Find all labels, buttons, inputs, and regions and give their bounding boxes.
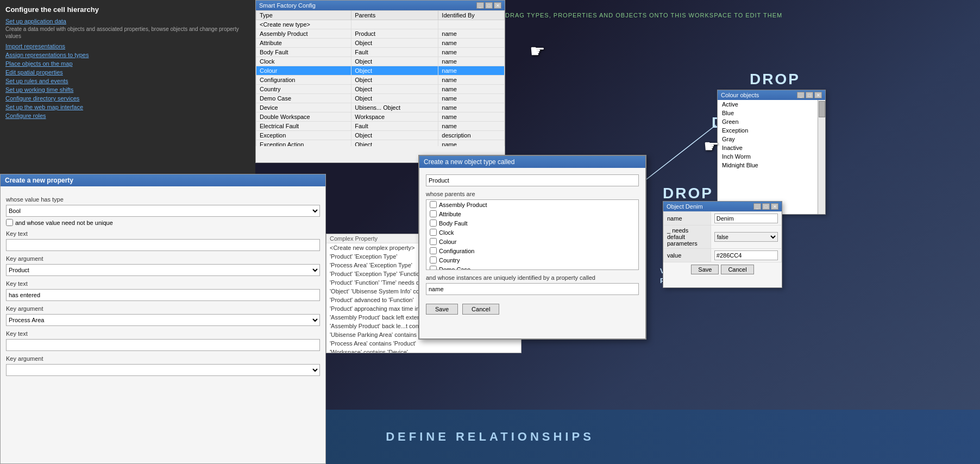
- table-row[interactable]: <Create new type>: [256, 20, 505, 29]
- list-item[interactable]: Body Fault: [426, 218, 638, 228]
- sidebar-link[interactable]: Set up the web map interface: [5, 104, 250, 110]
- table-row[interactable]: Exception ActionObjectname: [256, 140, 505, 147]
- key-text-input-1[interactable]: [6, 239, 320, 251]
- list-item[interactable]: Active: [718, 100, 825, 109]
- colour-max-btn[interactable]: □: [806, 92, 813, 98]
- denim-cancel-btn[interactable]: Cancel: [721, 265, 753, 274]
- list-item[interactable]: Demo Case: [426, 265, 638, 270]
- table-row[interactable]: AttributeObjectname: [256, 39, 505, 48]
- list-item[interactable]: Country: [426, 255, 638, 265]
- table-row[interactable]: Electrical FaultFaultname: [256, 122, 505, 131]
- list-item[interactable]: Inactive: [718, 143, 825, 152]
- table-row[interactable]: Assembly ProductProductname: [256, 29, 505, 39]
- parent-checkbox[interactable]: [430, 210, 437, 217]
- table-row[interactable]: ClockObjectname: [256, 57, 505, 66]
- colour-min-btn[interactable]: _: [797, 92, 805, 98]
- dialog-title: Create a new object type called: [419, 156, 645, 168]
- sidebar-link[interactable]: Assign representations to types: [5, 52, 250, 58]
- table-row[interactable]: ConfigurationObjectname: [256, 76, 505, 85]
- colour-window-title: Colour objects: [721, 92, 759, 98]
- dialog-body: whose parents are Assembly ProductAttrib…: [419, 168, 645, 321]
- sidebar-link[interactable]: Configure roles: [5, 112, 250, 119]
- list-item[interactable]: Clock: [426, 228, 638, 237]
- sidebar-link[interactable]: Place objects on the map: [5, 60, 250, 67]
- denim-table: name_ needs default parametersfalsevalue: [663, 211, 782, 262]
- drag-cursor-1: ☛: [530, 41, 545, 61]
- colour-close-btn[interactable]: ✕: [814, 92, 822, 98]
- list-item[interactable]: 'Workspace' contains 'Device': [326, 348, 521, 353]
- list-item[interactable]: 'Process Area' contains 'Product': [326, 339, 521, 348]
- list-item[interactable]: Colour: [426, 237, 638, 246]
- table-cell: Colour: [256, 66, 351, 76]
- sidebar-link[interactable]: Set up rules and events: [5, 78, 250, 84]
- list-item[interactable]: Configuration: [426, 246, 638, 255]
- list-item[interactable]: Attribute: [426, 209, 638, 218]
- list-item[interactable]: Exception: [718, 126, 825, 135]
- list-item[interactable]: Assembly Product: [426, 200, 638, 209]
- key-text-label-3: Key text: [6, 330, 320, 337]
- denim-label: _ needs default parameters: [664, 225, 711, 249]
- dialog-cancel-btn[interactable]: Cancel: [462, 304, 499, 315]
- sidebar-link[interactable]: Edit spatial properties: [5, 69, 250, 76]
- sidebar-link[interactable]: Import representations: [5, 43, 250, 49]
- table-row[interactable]: DeviceUbisens... Objectname: [256, 103, 505, 112]
- sidebar-title: Configure the cell hierarchy: [5, 5, 250, 14]
- denim-select[interactable]: false: [714, 232, 778, 242]
- sidebar-link[interactable]: Configure directory services: [5, 95, 250, 102]
- type-name-input[interactable]: [426, 174, 639, 186]
- denim-input[interactable]: [714, 250, 778, 260]
- key-arg-select-2[interactable]: Process Area: [6, 314, 320, 326]
- table-cell: Assembly Product: [256, 29, 351, 39]
- parent-checkbox[interactable]: [430, 201, 437, 208]
- parent-checkbox[interactable]: [430, 256, 437, 264]
- denim-max-btn[interactable]: □: [762, 203, 770, 210]
- colour-scrollbar[interactable]: [818, 100, 825, 214]
- table-row[interactable]: CountryObjectname: [256, 85, 505, 94]
- sidebar-link[interactable]: Set up application data: [5, 18, 250, 24]
- denim-min-btn[interactable]: _: [753, 203, 761, 210]
- parent-checkbox[interactable]: [430, 238, 437, 245]
- key-arg-label-3: Key argument: [6, 355, 320, 362]
- parent-label: Country: [439, 257, 460, 264]
- list-item[interactable]: Blue: [718, 109, 825, 117]
- value-type-select[interactable]: Bool: [6, 205, 320, 217]
- table-cell: [351, 20, 438, 29]
- table-row[interactable]: Double WorkspaceWorkspacename: [256, 112, 505, 122]
- key-text-input-2[interactable]: [6, 289, 320, 301]
- table-row[interactable]: Demo CaseObjectname: [256, 94, 505, 103]
- table-cell: name: [438, 140, 505, 147]
- table-cell: Double Workspace: [256, 112, 351, 122]
- table-row[interactable]: Body FaultFaultname: [256, 48, 505, 57]
- key-text-input-3[interactable]: [6, 339, 320, 351]
- col-type: Type: [256, 11, 351, 20]
- denim-close-btn[interactable]: ✕: [771, 203, 778, 210]
- table-row[interactable]: ColourObjectname: [256, 66, 505, 76]
- table-cell: Object: [351, 131, 438, 140]
- table-row[interactable]: ExceptionObjectdescription: [256, 131, 505, 140]
- dialog-save-btn[interactable]: Save: [426, 304, 458, 315]
- table-cell: description: [438, 131, 505, 140]
- minimize-btn[interactable]: _: [476, 2, 484, 9]
- list-item[interactable]: Inch Worm: [718, 152, 825, 161]
- parent-checkbox[interactable]: [430, 220, 437, 227]
- table-cell: Object: [351, 76, 438, 85]
- identifier-input[interactable]: [426, 283, 639, 295]
- parent-checkbox[interactable]: [430, 266, 437, 270]
- denim-save-btn[interactable]: Save: [691, 265, 719, 274]
- parents-list: Assembly ProductAttributeBody FaultClock…: [426, 199, 639, 270]
- list-item[interactable]: Green: [718, 117, 825, 126]
- table-cell: Fault: [351, 48, 438, 57]
- denim-input[interactable]: [714, 214, 778, 223]
- sidebar-link[interactable]: Set up working time shifts: [5, 86, 250, 93]
- key-arg-select-3[interactable]: [6, 364, 320, 376]
- parent-checkbox[interactable]: [430, 247, 437, 254]
- unique-checkbox[interactable]: [6, 219, 13, 226]
- maximize-btn[interactable]: □: [485, 2, 493, 9]
- key-arg-select-1[interactable]: Product: [6, 264, 320, 276]
- list-item[interactable]: Midnight Blue: [718, 161, 825, 170]
- list-item[interactable]: Gray: [718, 135, 825, 143]
- table-cell: Attribute: [256, 39, 351, 48]
- type-table-container: Type Parents Identified By <Create new t…: [256, 10, 505, 146]
- close-btn[interactable]: ✕: [494, 2, 501, 9]
- parent-checkbox[interactable]: [430, 229, 437, 236]
